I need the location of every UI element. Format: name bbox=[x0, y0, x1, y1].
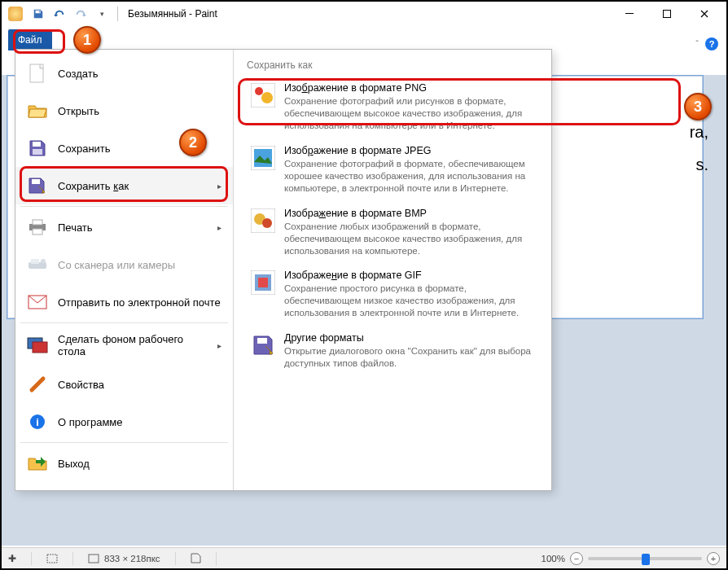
open-icon bbox=[27, 100, 48, 121]
qat-customize-button[interactable]: ▾ bbox=[93, 5, 111, 23]
svg-rect-28 bbox=[257, 338, 267, 344]
save-as-gif[interactable]: Изображение в формате GIF Сохранение про… bbox=[245, 263, 540, 326]
status-position: ✚ bbox=[8, 553, 16, 564]
chevron-right-icon: ▸ bbox=[217, 341, 221, 350]
svg-point-24 bbox=[262, 218, 272, 228]
other-formats-icon bbox=[250, 332, 276, 358]
file-menu-new[interactable]: Создать bbox=[15, 55, 233, 92]
file-menu-left: Создать Открыть Сохранить Сохранить как … bbox=[15, 50, 234, 490]
step-badge-2: 2 bbox=[179, 129, 207, 156]
file-menu-email[interactable]: Отправить по электронной почте bbox=[15, 283, 233, 321]
save-icon bbox=[27, 138, 48, 159]
qat-redo-button[interactable] bbox=[72, 5, 90, 23]
file-menu-save-as[interactable]: Сохранить как ▸ bbox=[15, 167, 233, 204]
qat-undo-button[interactable] bbox=[50, 5, 68, 23]
file-menu-label: Выход bbox=[58, 458, 90, 470]
exit-icon bbox=[27, 453, 48, 474]
about-icon: i bbox=[27, 411, 48, 432]
file-menu-open[interactable]: Открыть bbox=[15, 92, 233, 129]
zoom-label: 100% bbox=[542, 554, 565, 563]
scanner-icon bbox=[27, 254, 48, 275]
chevron-right-icon: ▸ bbox=[217, 182, 221, 191]
maximize-button[interactable] bbox=[648, 2, 686, 26]
format-desc: Сохранение простого рисунка в формате, о… bbox=[284, 283, 535, 319]
menu-separator bbox=[20, 206, 228, 207]
step-badge-1: 1 bbox=[73, 26, 101, 54]
properties-icon bbox=[27, 374, 48, 395]
ribbon-collapse-icon[interactable]: ˆ bbox=[695, 39, 699, 49]
size-icon bbox=[88, 554, 99, 563]
window-title: Безымянный - Paint bbox=[128, 8, 217, 20]
jpeg-icon bbox=[250, 145, 276, 171]
svg-rect-4 bbox=[33, 149, 42, 155]
file-menu-label: Сделать фоном рабочего стола bbox=[58, 333, 208, 357]
zoom-slider-thumb[interactable] bbox=[642, 554, 650, 565]
file-menu-label: Создать bbox=[58, 68, 98, 80]
status-canvas-size: 833 × 218пкс bbox=[88, 554, 160, 563]
menu-separator bbox=[20, 322, 228, 323]
format-title: Изображение в формате BMP bbox=[284, 208, 535, 219]
qat-save-button[interactable] bbox=[29, 5, 47, 23]
zoom-out-button[interactable]: − bbox=[570, 552, 583, 565]
svg-rect-0 bbox=[625, 13, 634, 14]
email-icon bbox=[27, 292, 48, 313]
window-buttons bbox=[611, 2, 723, 26]
status-filesize bbox=[191, 553, 201, 563]
save-as-submenu: Сохранить как Изображение в формате PNG … bbox=[234, 50, 551, 490]
file-menu-about[interactable]: i О программе bbox=[15, 403, 233, 441]
svg-rect-5 bbox=[32, 179, 40, 184]
step-badge-3: 3 bbox=[684, 93, 712, 121]
format-desc: Сохранение фотографий в формате, обеспеч… bbox=[284, 158, 535, 195]
svg-point-19 bbox=[261, 92, 273, 103]
wallpaper-icon bbox=[27, 335, 48, 356]
zoom-slider[interactable] bbox=[588, 557, 702, 560]
file-menu-label: Печать bbox=[58, 221, 93, 234]
minimize-button[interactable] bbox=[611, 2, 648, 26]
svg-rect-7 bbox=[33, 220, 42, 225]
file-menu-label: Со сканера или камеры bbox=[58, 259, 175, 271]
chevron-right-icon: ▸ bbox=[217, 223, 221, 232]
close-button[interactable] bbox=[686, 2, 723, 26]
zoom-in-button[interactable]: + bbox=[707, 552, 720, 565]
file-tab[interactable]: Файл bbox=[8, 29, 52, 50]
svg-text:i: i bbox=[36, 416, 39, 428]
bmp-icon bbox=[250, 208, 276, 234]
file-menu-print[interactable]: Печать ▸ bbox=[15, 208, 233, 246]
svg-point-18 bbox=[255, 87, 263, 95]
save-as-jpeg[interactable]: Изображение в формате JPEG Сохранение фо… bbox=[245, 138, 540, 201]
format-title: Изображение в формате PNG bbox=[284, 82, 535, 94]
submenu-title: Сохранить как bbox=[245, 56, 540, 76]
save-as-other[interactable]: Другие форматы Открытие диалогового окна… bbox=[245, 326, 540, 376]
status-bar: ✚ 833 × 218пкс 100% − + bbox=[2, 547, 726, 568]
crosshair-icon: ✚ bbox=[8, 553, 16, 564]
ribbon-tabs: Файл ˆ ? bbox=[2, 26, 726, 50]
zoom-controls: 100% − + bbox=[542, 552, 720, 565]
save-as-png[interactable]: Изображение в формате PNG Сохранение фот… bbox=[245, 76, 540, 138]
file-menu-label: Свойства bbox=[58, 379, 104, 391]
save-as-bmp[interactable]: Изображение в формате BMP Сохранение люб… bbox=[245, 201, 540, 264]
svg-rect-29 bbox=[47, 555, 57, 563]
file-menu-wallpaper[interactable]: Сделать фоном рабочего стола ▸ bbox=[15, 325, 233, 366]
svg-rect-8 bbox=[33, 229, 42, 235]
format-desc: Сохранение любых изображений в формате, … bbox=[284, 221, 535, 257]
png-icon bbox=[250, 82, 276, 108]
ribbon-right: ˆ ? bbox=[695, 37, 726, 50]
quick-access-toolbar: ▾ bbox=[5, 5, 121, 23]
file-menu-label: Открыть bbox=[58, 105, 99, 117]
print-icon bbox=[27, 217, 48, 238]
svg-rect-27 bbox=[258, 278, 268, 287]
format-title: Изображение в формате GIF bbox=[284, 270, 535, 281]
file-menu: Создать Открыть Сохранить Сохранить как … bbox=[15, 49, 552, 491]
file-menu-exit[interactable]: Выход bbox=[15, 445, 233, 482]
selection-icon bbox=[46, 554, 58, 563]
help-button[interactable]: ? bbox=[705, 37, 718, 50]
file-menu-properties[interactable]: Свойства bbox=[15, 366, 233, 403]
title-bar: ▾ Безымянный - Paint bbox=[2, 2, 726, 26]
svg-rect-10 bbox=[31, 259, 39, 264]
canvas-text-line: ra, bbox=[686, 116, 708, 148]
format-desc: Открытие диалогового окна "Сохранить как… bbox=[284, 345, 535, 370]
new-icon bbox=[27, 63, 48, 84]
format-desc: Сохранение фотографий или рисунков в фор… bbox=[284, 95, 535, 132]
format-title: Изображение в формате JPEG bbox=[284, 145, 535, 156]
file-menu-label: О программе bbox=[58, 416, 123, 428]
